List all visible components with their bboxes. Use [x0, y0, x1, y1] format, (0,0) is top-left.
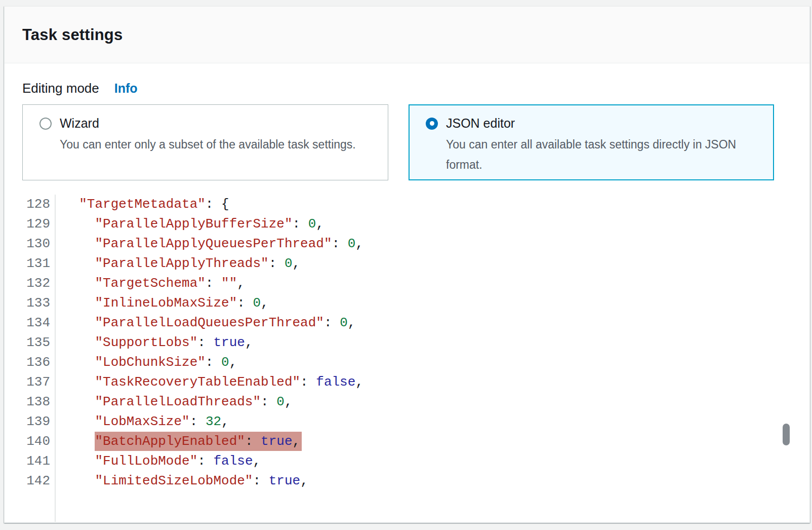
task-settings-panel: Task settings Editing mode Info Wizard Y… — [4, 6, 810, 523]
code-editor-lines: 128 "TargetMetadata": {129 "ParallelAppl… — [22, 195, 809, 491]
line-number: 133 — [22, 293, 55, 313]
json-editor-option-description: You can enter all available task setting… — [446, 135, 759, 175]
line-number: 140 — [22, 432, 55, 451]
line-number: 131 — [22, 254, 55, 274]
code-line[interactable]: 140 "BatchApplyEnabled": true, — [22, 432, 809, 451]
json-editor-option-card[interactable]: JSON editor You can enter all available … — [409, 104, 774, 180]
code-line-text: "BatchApplyEnabled": true, — [55, 432, 302, 451]
code-line[interactable]: 133 "InlineLobMaxSize": 0, — [22, 293, 809, 313]
code-line[interactable]: 141 "FullLobMode": false, — [22, 451, 809, 471]
panel-body: Editing mode Info Wizard You can enter o… — [5, 81, 809, 530]
line-number: 137 — [22, 372, 55, 392]
code-line-text: "TaskRecoveryTableEnabled": false, — [55, 372, 363, 392]
line-number: 132 — [22, 274, 55, 293]
page-title: Task settings — [22, 26, 123, 44]
line-number: 141 — [22, 451, 55, 471]
code-line-text: "SupportLobs": true, — [55, 333, 253, 353]
code-line-text: "LobMaxSize": 32, — [55, 412, 229, 432]
line-number: 128 — [22, 195, 55, 214]
wizard-option-head: Wizard — [39, 116, 374, 131]
highlighted-match: "BatchApplyEnabled": true, — [95, 432, 302, 451]
code-line[interactable]: 134 "ParallelLoadQueuesPerThread": 0, — [22, 313, 809, 333]
code-line[interactable]: 128 "TargetMetadata": { — [22, 195, 809, 214]
line-number: 138 — [22, 392, 55, 412]
code-line[interactable]: 137 "TaskRecoveryTableEnabled": false, — [22, 372, 809, 392]
code-line-text: "ParallelLoadThreads": 0, — [55, 392, 293, 412]
wizard-option-card[interactable]: Wizard You can enter only a subset of th… — [22, 104, 388, 180]
editing-mode-options: Wizard You can enter only a subset of th… — [22, 104, 809, 180]
line-number: 135 — [22, 333, 55, 353]
radio-checked-icon[interactable] — [426, 118, 438, 130]
line-number: 129 — [22, 214, 55, 234]
info-link[interactable]: Info — [114, 81, 138, 96]
line-number: 134 — [22, 313, 55, 333]
code-line[interactable]: 132 "TargetSchema": "", — [22, 274, 809, 293]
scrollbar-thumb[interactable] — [783, 424, 790, 445]
line-number: 136 — [22, 353, 55, 372]
code-line[interactable]: 129 "ParallelApplyBufferSize": 0, — [22, 214, 809, 234]
line-number: 139 — [22, 412, 55, 432]
json-code-editor[interactable]: 128 "TargetMetadata": {129 "ParallelAppl… — [22, 195, 809, 523]
code-line[interactable]: 142 "LimitedSizeLobMode": true, — [22, 471, 809, 491]
editing-mode-row: Editing mode Info — [22, 81, 809, 96]
code-line-text: "InlineLobMaxSize": 0, — [55, 293, 269, 313]
code-line-text: "TargetMetadata": { — [55, 195, 229, 214]
code-line-text: "ParallelApplyBufferSize": 0, — [55, 214, 324, 234]
panel-header: Task settings — [5, 7, 809, 63]
wizard-option-label: Wizard — [60, 116, 99, 131]
code-line-text: "ParallelApplyQueuesPerThread": 0, — [55, 234, 363, 254]
code-line-text: "LimitedSizeLobMode": true, — [55, 471, 308, 491]
editing-mode-label: Editing mode — [22, 81, 99, 96]
code-line[interactable]: 130 "ParallelApplyQueuesPerThread": 0, — [22, 234, 809, 254]
code-line-text: "ParallelApplyThreads": 0, — [55, 254, 300, 274]
code-line-text: "FullLobMode": false, — [55, 451, 261, 471]
line-number: 130 — [22, 234, 55, 254]
code-line-text: "TargetSchema": "", — [55, 274, 245, 293]
code-line[interactable]: 138 "ParallelLoadThreads": 0, — [22, 392, 809, 412]
gutter-separator — [55, 195, 56, 522]
json-editor-option-label: JSON editor — [446, 116, 515, 131]
json-editor-option-head: JSON editor — [426, 116, 759, 131]
code-line[interactable]: 136 "LobChunkSize": 0, — [22, 353, 809, 372]
code-line[interactable]: 135 "SupportLobs": true, — [22, 333, 809, 353]
code-line-text: "LobChunkSize": 0, — [55, 353, 237, 372]
code-line-text: "ParallelLoadQueuesPerThread": 0, — [55, 313, 355, 333]
code-line[interactable]: 139 "LobMaxSize": 32, — [22, 412, 809, 432]
radio-unchecked-icon[interactable] — [39, 118, 52, 130]
code-line[interactable]: 131 "ParallelApplyThreads": 0, — [22, 254, 809, 274]
wizard-option-description: You can enter only a subset of the avail… — [60, 135, 374, 155]
line-number: 142 — [22, 471, 55, 491]
